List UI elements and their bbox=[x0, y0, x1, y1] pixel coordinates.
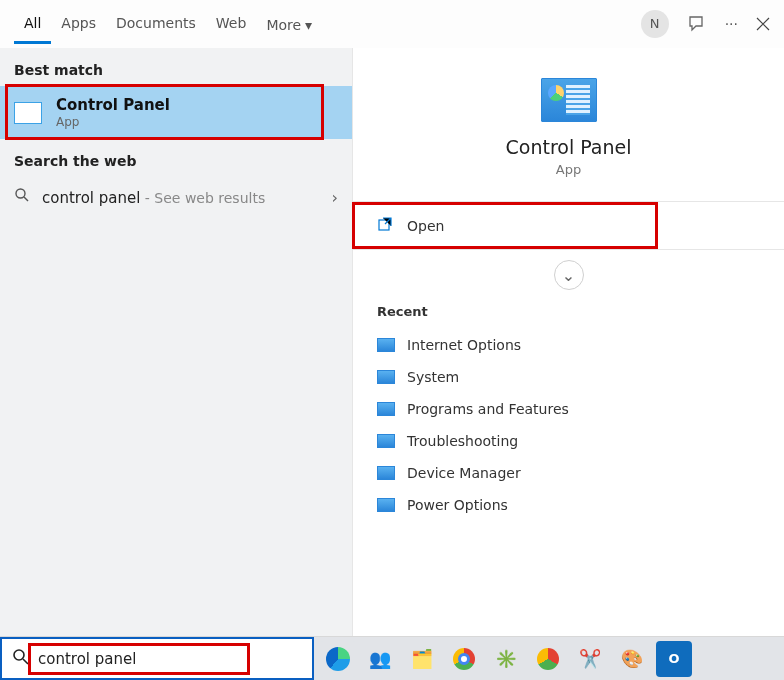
recent-item-device-manager[interactable]: Device Manager bbox=[353, 457, 784, 489]
result-title: Control Panel bbox=[56, 96, 170, 114]
user-avatar[interactable]: N bbox=[641, 10, 669, 38]
preview-title: Control Panel bbox=[353, 136, 784, 158]
open-label: Open bbox=[407, 218, 444, 234]
folder-icon: 🗂️ bbox=[411, 648, 433, 669]
recent-item-label: Device Manager bbox=[407, 465, 521, 481]
web-search-result[interactable]: control panel - See web results › bbox=[0, 177, 352, 217]
control-panel-icon bbox=[377, 498, 395, 512]
tab-web[interactable]: Web bbox=[206, 3, 257, 44]
result-subtitle: App bbox=[56, 115, 170, 129]
control-panel-icon bbox=[377, 434, 395, 448]
chevron-right-icon: › bbox=[332, 188, 338, 207]
scissors-icon: ✂️ bbox=[579, 648, 601, 669]
recent-item-label: Programs and Features bbox=[407, 401, 569, 417]
recent-item-system[interactable]: System bbox=[353, 361, 784, 393]
recent-item-label: Internet Options bbox=[407, 337, 521, 353]
feedback-icon[interactable] bbox=[687, 14, 707, 34]
control-panel-icon bbox=[377, 402, 395, 416]
taskbar-chrome[interactable] bbox=[446, 641, 482, 677]
search-box[interactable] bbox=[0, 637, 314, 680]
palette-icon: 🎨 bbox=[621, 648, 643, 669]
tab-more[interactable]: More▾ bbox=[256, 3, 322, 44]
control-panel-icon bbox=[377, 338, 395, 352]
web-query-text: control panel bbox=[42, 189, 140, 207]
taskbar-slack[interactable]: ✳️ bbox=[488, 641, 524, 677]
control-panel-icon bbox=[377, 370, 395, 384]
preview-subtitle: App bbox=[353, 162, 784, 177]
open-icon bbox=[377, 216, 393, 235]
control-panel-large-icon bbox=[541, 78, 597, 122]
svg-point-0 bbox=[16, 189, 25, 198]
recent-item-label: Power Options bbox=[407, 497, 508, 513]
web-hint-text: - See web results bbox=[140, 190, 265, 206]
header-bar: All Apps Documents Web More▾ N ··· bbox=[0, 0, 784, 48]
chevron-down-icon: ▾ bbox=[305, 17, 312, 33]
filter-tabs: All Apps Documents Web More▾ bbox=[14, 3, 641, 44]
chrome-icon bbox=[537, 648, 559, 670]
slack-icon: ✳️ bbox=[495, 648, 517, 669]
taskbar-snip[interactable]: ✂️ bbox=[572, 641, 608, 677]
recent-label: Recent bbox=[353, 304, 784, 329]
close-icon[interactable] bbox=[756, 17, 770, 31]
best-match-label: Best match bbox=[0, 48, 352, 86]
chrome-icon bbox=[453, 648, 475, 670]
search-icon bbox=[12, 648, 30, 670]
taskbar-edge[interactable] bbox=[320, 641, 356, 677]
recent-item-label: Troubleshooting bbox=[407, 433, 518, 449]
divider bbox=[353, 249, 784, 250]
recent-item-troubleshooting[interactable]: Troubleshooting bbox=[353, 425, 784, 457]
tab-apps[interactable]: Apps bbox=[51, 3, 106, 44]
best-match-result[interactable]: Control Panel App bbox=[0, 86, 352, 139]
teams-icon: 👥 bbox=[369, 648, 391, 669]
recent-item-label: System bbox=[407, 369, 459, 385]
recent-item-power-options[interactable]: Power Options bbox=[353, 489, 784, 521]
taskbar-teams[interactable]: 👥 bbox=[362, 641, 398, 677]
control-panel-icon bbox=[14, 102, 42, 124]
open-action[interactable]: Open bbox=[353, 202, 784, 249]
search-web-label: Search the web bbox=[0, 139, 352, 177]
edge-icon bbox=[326, 647, 350, 671]
taskbar-chrome-canary[interactable] bbox=[530, 641, 566, 677]
preview-panel: Control Panel App Open ⌄ Recent Internet… bbox=[352, 48, 784, 636]
annotation-highlight bbox=[352, 202, 658, 249]
svg-point-2 bbox=[14, 650, 24, 660]
search-icon bbox=[14, 187, 30, 207]
more-options-icon[interactable]: ··· bbox=[725, 16, 738, 32]
recent-item-internet-options[interactable]: Internet Options bbox=[353, 329, 784, 361]
taskbar: 👥 🗂️ ✳️ ✂️ 🎨 O bbox=[314, 637, 784, 680]
taskbar-paint[interactable]: 🎨 bbox=[614, 641, 650, 677]
taskbar-outlook[interactable]: O bbox=[656, 641, 692, 677]
outlook-icon: O bbox=[668, 651, 679, 666]
results-panel: Best match Control Panel App Search the … bbox=[0, 48, 352, 636]
chevron-down-icon: ⌄ bbox=[562, 266, 575, 285]
search-input[interactable] bbox=[38, 650, 302, 668]
tab-all[interactable]: All bbox=[14, 3, 51, 44]
recent-item-programs[interactable]: Programs and Features bbox=[353, 393, 784, 425]
taskbar-explorer[interactable]: 🗂️ bbox=[404, 641, 440, 677]
expand-button[interactable]: ⌄ bbox=[554, 260, 584, 290]
tab-documents[interactable]: Documents bbox=[106, 3, 206, 44]
control-panel-icon bbox=[377, 466, 395, 480]
